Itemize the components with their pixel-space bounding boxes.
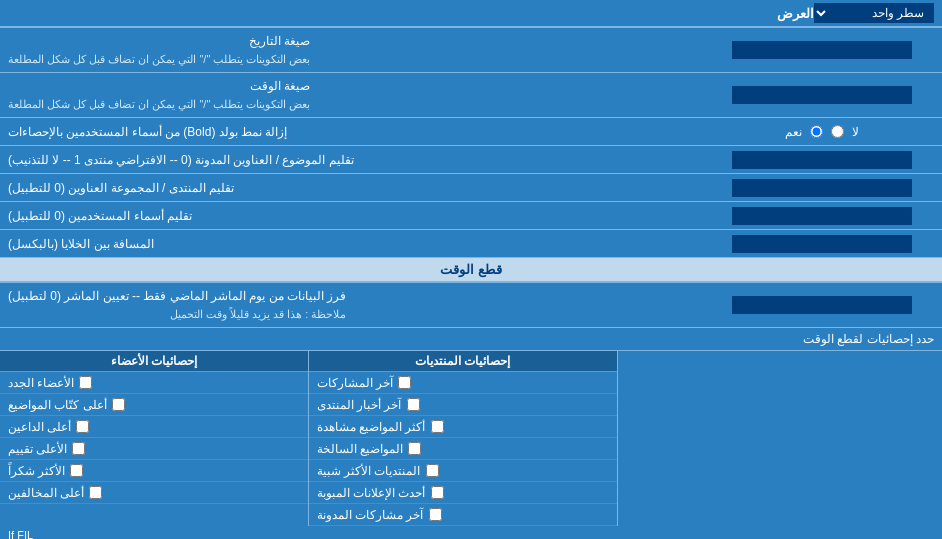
filter-time-input-cell: 0 <box>702 283 942 327</box>
forum-topics-input-cell: 33 <box>702 146 942 173</box>
header-row: سطر واحد سطرين ثلاثة أسطر العرض <box>0 0 942 28</box>
date-format-input[interactable]: d-m <box>732 41 912 59</box>
checkbox-similar-forums[interactable] <box>426 464 439 477</box>
label-new-members: الأعضاء الجدد <box>8 376 74 390</box>
cell-spacing-desc: المسافة بين الخلايا (بالبكسل) <box>0 230 702 257</box>
checkbox-cols: إحصائيات المنتديات آخر المشاركات آخر أخب… <box>0 351 617 526</box>
list-item: أحدث الإعلانات المبوبة <box>309 482 617 504</box>
checkbox-old-topics[interactable] <box>408 442 421 455</box>
row-time-format: H:i صيغة الوقت بعض التكوينات يتطلب "/" ا… <box>0 73 942 118</box>
cut-time-section-header: قطع الوقت <box>0 258 942 283</box>
label-most-viewed: أكثر المواضيع مشاهدة <box>317 420 426 434</box>
radio-no-label: لا <box>852 125 859 139</box>
label-top-vips: أعلى المخالفين <box>8 486 84 500</box>
checkbox-col-forums: إحصائيات المنتديات آخر المشاركات آخر أخب… <box>308 351 617 526</box>
label-last-posts: آخر المشاركات <box>317 376 393 390</box>
display-select[interactable]: سطر واحد سطرين ثلاثة أسطر <box>814 3 934 23</box>
label-top-rate: الأعلى تقييم <box>8 442 67 456</box>
cell-spacing-input-cell: 2 <box>702 230 942 257</box>
forum-topics-desc: تقليم الموضوع / العناوين المدونة (0 -- ا… <box>0 146 702 173</box>
checkbox-top-posters[interactable] <box>112 398 125 411</box>
list-item: أكثر المواضيع مشاهدة <box>309 416 617 438</box>
forum-group-input-cell: 33 <box>702 174 942 201</box>
forum-topics-input[interactable]: 33 <box>732 151 912 169</box>
bottom-left-panel <box>617 351 942 526</box>
list-item: أعلى كتّاب المواضيع <box>0 394 308 416</box>
list-item: الأعلى تقييم <box>0 438 308 460</box>
bold-remove-radio-cell: لا نعم <box>702 118 942 145</box>
row-forum-group: 33 تقليم المنتدى / المجموعة العناوين (0 … <box>0 174 942 202</box>
row-trim-users: 0 تقليم أسماء المستخدمين (0 للتطبيل) <box>0 202 942 230</box>
main-container: سطر واحد سطرين ثلاثة أسطر العرض d-m صيغة… <box>0 0 942 539</box>
checkbox-last-posts[interactable] <box>398 376 411 389</box>
trim-users-input-cell: 0 <box>702 202 942 229</box>
checkbox-last-forum-news[interactable] <box>407 398 420 411</box>
label-last-forum-news: آخر أخبار المنتدى <box>317 398 402 412</box>
label-new-ads: أحدث الإعلانات المبوبة <box>317 486 426 500</box>
row-cell-spacing: 2 المسافة بين الخلايا (بالبكسل) <box>0 230 942 258</box>
checkbox-top-vips[interactable] <box>89 486 102 499</box>
bottom-section: إحصائيات المنتديات آخر المشاركات آخر أخب… <box>0 351 942 526</box>
trim-users-desc: تقليم أسماء المستخدمين (0 للتطبيل) <box>0 202 702 229</box>
trim-users-input[interactable]: 0 <box>732 207 912 225</box>
checkbox-most-viewed[interactable] <box>431 420 444 433</box>
forum-group-input[interactable]: 33 <box>732 179 912 197</box>
list-item: المواضيع السالخة <box>309 438 617 460</box>
list-item: آخر أخبار المنتدى <box>309 394 617 416</box>
radio-yes-label: نعم <box>785 125 802 139</box>
time-format-desc: صيغة الوقت بعض التكوينات يتطلب "/" التي … <box>0 73 702 117</box>
list-item: أعلى المخالفين <box>0 482 308 504</box>
checkbox-col-members: إحصائيات الأعضاء الأعضاء الجدد أعلى كتّا… <box>0 351 308 526</box>
bold-remove-desc: إزالة نمط بولد (Bold) من أسماء المستخدمي… <box>0 118 702 145</box>
label-top-posters: أعلى كتّاب المواضيع <box>8 398 107 412</box>
label-old-topics: المواضيع السالخة <box>317 442 403 456</box>
checkbox-top-rate[interactable] <box>72 442 85 455</box>
list-item: آخر مشاركات المدونة <box>309 504 617 526</box>
checkbox-top-posters2[interactable] <box>76 420 89 433</box>
row-bold-remove: لا نعم إزالة نمط بولد (Bold) من أسماء ال… <box>0 118 942 146</box>
label-most-thanks: الأكثر شكراً <box>8 464 65 478</box>
list-item: الأعضاء الجدد <box>0 372 308 394</box>
date-format-desc: صيغة التاريخ بعض التكوينات يتطلب "/" الت… <box>0 28 702 72</box>
label-last-noted: آخر مشاركات المدونة <box>317 508 424 522</box>
col2-header: إحصائيات الأعضاء <box>0 351 308 372</box>
filter-time-desc: فرز البيانات من يوم الماشر الماضي فقط --… <box>0 283 702 327</box>
list-item: آخر المشاركات <box>309 372 617 394</box>
row-forum-topics: 33 تقليم الموضوع / العناوين المدونة (0 -… <box>0 146 942 174</box>
list-item: الأكثر شكراً <box>0 460 308 482</box>
radio-no[interactable] <box>831 125 844 138</box>
time-format-input-cell: H:i <box>702 73 942 117</box>
list-item: أعلى الداعين <box>0 416 308 438</box>
checkbox-most-thanks[interactable] <box>70 464 83 477</box>
label-top-posters2: أعلى الداعين <box>8 420 71 434</box>
limit-row: حدد إحصائيات لقطع الوقت <box>0 328 942 351</box>
checkbox-new-ads[interactable] <box>431 486 444 499</box>
row-filter-time: 0 فرز البيانات من يوم الماشر الماضي فقط … <box>0 283 942 328</box>
filter-time-input[interactable]: 0 <box>732 296 912 314</box>
bottom-note: If FIL <box>0 526 942 539</box>
checkbox-new-members[interactable] <box>79 376 92 389</box>
date-format-input-cell: d-m <box>702 28 942 72</box>
col1-header: إحصائيات المنتديات <box>309 351 617 372</box>
header-label: العرض <box>8 6 814 21</box>
list-item: المنتديات الأكثر شبية <box>309 460 617 482</box>
row-date-format: d-m صيغة التاريخ بعض التكوينات يتطلب "/"… <box>0 28 942 73</box>
radio-yes[interactable] <box>810 125 823 138</box>
time-format-input[interactable]: H:i <box>732 86 912 104</box>
cell-spacing-input[interactable]: 2 <box>732 235 912 253</box>
forum-group-desc: تقليم المنتدى / المجموعة العناوين (0 للت… <box>0 174 702 201</box>
label-similar-forums: المنتديات الأكثر شبية <box>317 464 421 478</box>
checkbox-last-noted[interactable] <box>429 508 442 521</box>
